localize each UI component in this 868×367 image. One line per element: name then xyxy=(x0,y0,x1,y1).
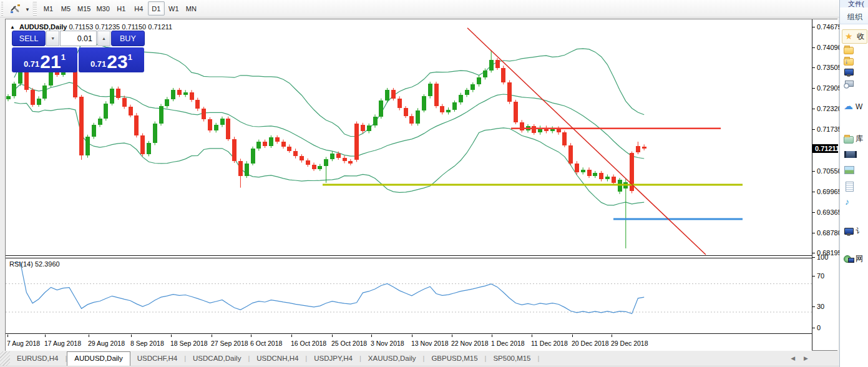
sell-price-box[interactable]: 0.71 21 1 xyxy=(12,47,77,72)
explorer-item[interactable] xyxy=(844,165,854,175)
lot-size-input[interactable] xyxy=(60,31,97,46)
tab-usdchf-h4[interactable]: USDCHF,H4 xyxy=(130,351,185,366)
tabs-scroll-right-icon[interactable]: ▶ xyxy=(804,355,808,361)
rsi-pane[interactable]: RSI(14) 52.3960 xyxy=(6,258,812,334)
rsi-axis-label: 0 xyxy=(817,324,821,331)
price-axis[interactable]: 0.746750.740900.735050.729050.723200.717… xyxy=(812,19,838,350)
document-icon xyxy=(844,181,854,191)
cloud-icon xyxy=(844,102,854,112)
timeframe-button-m1[interactable]: M1 xyxy=(40,1,57,16)
chart-tab-bar: EURUSD,H4|AUDUSD,DailyUSDCHF,H4|USDCAD,D… xyxy=(0,351,839,366)
mt4-window: { "toolbar": { "chart_tool_icon": "chart… xyxy=(0,0,868,367)
lot-increase-button[interactable]: ▲ xyxy=(97,31,110,46)
timeframe-button-mn[interactable]: MN xyxy=(183,1,200,16)
collapse-triangle-icon[interactable]: ▲ xyxy=(10,24,15,30)
date-label: 17 Aug 2018 xyxy=(44,340,81,347)
tab-separator: | xyxy=(538,351,540,366)
explorer-item[interactable] xyxy=(844,79,854,89)
explorer-file-menu[interactable]: 文件( xyxy=(840,0,868,7)
toolbar-separator xyxy=(32,2,37,16)
timeframe-button-w1[interactable]: W1 xyxy=(165,1,182,16)
desktop-icon xyxy=(844,67,854,77)
price-axis-label: 0.72905 xyxy=(817,84,842,92)
explorer-item[interactable] xyxy=(844,67,854,77)
tab-sp500-m15[interactable]: SP500,M15 xyxy=(486,351,537,366)
download-folder-icon xyxy=(844,58,854,66)
rsi-indicator-label: RSI(14) 52.3960 xyxy=(9,260,60,268)
explorer-item[interactable]: 库 xyxy=(844,134,863,144)
price-axis-label: 0.68780 xyxy=(817,229,842,237)
sell-button[interactable]: SELL xyxy=(12,31,46,46)
price-axis-label: 0.74675 xyxy=(817,23,842,31)
chart-arrows-icon[interactable]: ▼ xyxy=(9,2,30,15)
explorer-panel: 文件( 组织 收W库讠网 xyxy=(839,0,868,367)
explorer-item[interactable]: 讠 xyxy=(844,226,863,237)
buy-button[interactable]: BUY xyxy=(111,31,145,46)
price-axis-label: 0.73505 xyxy=(817,64,842,71)
library-icon xyxy=(844,136,854,144)
date-label: 20 Dec 2018 xyxy=(572,340,609,347)
chart-ohlc-quotes: 0.71153 0.71235 0.71150 0.71211 xyxy=(69,23,172,31)
explorer-item[interactable] xyxy=(844,150,854,160)
chart-tabs: EURUSD,H4|AUDUSD,DailyUSDCHF,H4|USDCAD,D… xyxy=(10,351,539,366)
top-toolbar: ▼ M1M5M15M30H1H4D1W1MN xyxy=(0,0,839,17)
sell-price-pips: 21 xyxy=(40,53,61,71)
timeframe-button-h4[interactable]: H4 xyxy=(130,1,147,16)
date-label: 3 Nov 2018 xyxy=(371,340,404,347)
explorer-item[interactable]: 网 xyxy=(844,253,863,264)
chart-symbol-label: AUDUSD,Daily xyxy=(19,23,67,31)
tab-usdcad-daily[interactable]: USDCAD,Daily xyxy=(186,351,248,366)
timeframe-button-d1[interactable]: D1 xyxy=(148,1,165,16)
rsi-axis-label: 30 xyxy=(817,303,824,310)
lot-decrease-button[interactable]: ▼ xyxy=(46,31,59,46)
tab-audusd-daily[interactable]: AUDUSD,Daily xyxy=(67,351,130,366)
price-axis-label: 0.69965 xyxy=(817,188,842,195)
tab-gbpusd-m15[interactable]: GBPUSD,M15 xyxy=(424,351,484,366)
date-label: 22 Nov 2018 xyxy=(451,340,489,347)
price-axis-label: 0.70550 xyxy=(817,167,842,175)
chart-title: ▲ AUDUSD,Daily 0.71153 0.71235 0.71150 0… xyxy=(10,23,172,31)
network-icon xyxy=(844,254,854,264)
explorer-item[interactable] xyxy=(844,181,854,191)
date-label: 6 Oct 2018 xyxy=(250,340,282,347)
explorer-item[interactable] xyxy=(844,45,854,54)
date-label: 13 Nov 2018 xyxy=(411,340,449,347)
date-label: 11 Dec 2018 xyxy=(531,340,568,347)
timeframe-button-m5[interactable]: M5 xyxy=(57,1,74,16)
date-label: 8 Sep 2018 xyxy=(130,340,164,347)
sell-price-prefix: 0.71 xyxy=(24,59,39,69)
tab-usdcnh-h4[interactable]: USDCNH,H4 xyxy=(250,351,305,366)
folder-icon xyxy=(844,47,854,54)
date-label: 18 Sep 2018 xyxy=(170,340,208,347)
time-axis[interactable]: 7 Aug 201817 Aug 201829 Aug 20188 Sep 20… xyxy=(6,335,812,351)
explorer-item[interactable]: W xyxy=(844,102,862,112)
one-click-trade-panel: SELL ▼ ▲ BUY 0.71 21 1 0.71 23 1 xyxy=(12,31,145,72)
explorer-item[interactable] xyxy=(844,56,854,66)
chevron-down-icon[interactable]: ▼ xyxy=(25,7,30,12)
toolbar-gripper[interactable] xyxy=(1,2,3,16)
tab-xauusd-daily[interactable]: XAUUSD,Daily xyxy=(361,351,423,366)
computer-icon xyxy=(844,227,854,237)
tab-usdjpy-h4[interactable]: USDJPY,H4 xyxy=(307,351,359,366)
rsi-axis-label: 100 xyxy=(817,253,828,261)
date-label: 25 Oct 2018 xyxy=(331,340,367,347)
explorer-organize-button[interactable]: 组织 xyxy=(840,7,868,24)
explorer-item[interactable] xyxy=(844,197,854,207)
star-icon xyxy=(845,32,855,42)
explorer-item[interactable]: 收 xyxy=(842,29,867,44)
price-axis-label: 0.71735 xyxy=(817,125,842,133)
buy-price-pips: 23 xyxy=(107,53,127,71)
buy-price-point: 1 xyxy=(128,52,132,62)
timeframe-button-m15[interactable]: M15 xyxy=(75,1,93,16)
price-axis-label: 0.74090 xyxy=(817,44,842,51)
video-icon xyxy=(844,150,854,160)
tab-eurusd-h4[interactable]: EURUSD,H4 xyxy=(10,351,65,366)
timeframe-button-m30[interactable]: M30 xyxy=(94,1,112,16)
sell-price-point: 1 xyxy=(61,52,66,62)
price-axis-label: 0.69365 xyxy=(817,208,842,216)
date-label: 7 Aug 2018 xyxy=(7,340,40,347)
tabs-scroll-left-icon[interactable]: ◀ xyxy=(791,355,795,361)
timeframe-button-h1[interactable]: H1 xyxy=(113,1,130,16)
buy-price-box[interactable]: 0.71 23 1 xyxy=(79,47,144,72)
date-label: 1 Dec 2018 xyxy=(491,340,525,347)
